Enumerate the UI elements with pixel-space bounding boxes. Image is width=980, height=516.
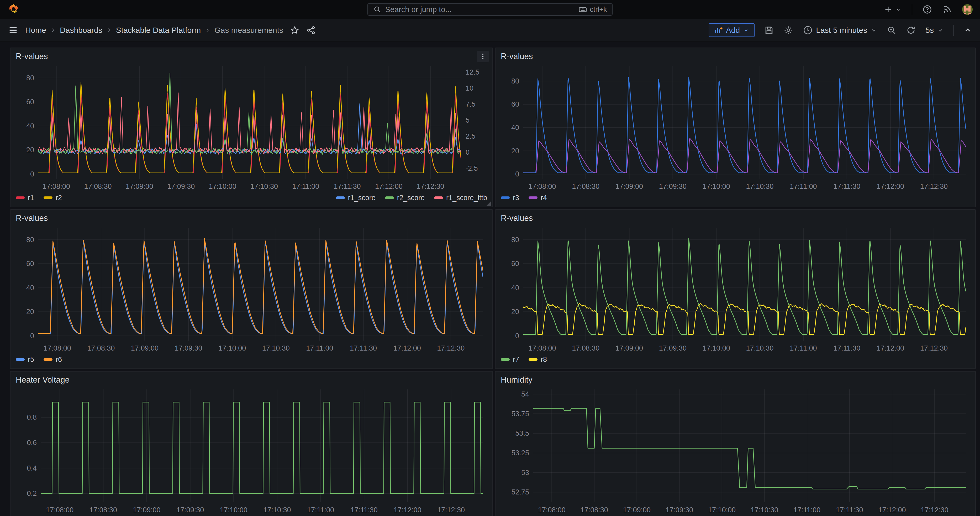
svg-text:53: 53 <box>521 469 529 476</box>
legend-swatch <box>16 358 25 361</box>
breadcrumb-home[interactable]: Home <box>25 26 46 35</box>
legend-item-r1[interactable]: r1 <box>16 194 34 202</box>
panel-title[interactable]: R-values <box>501 52 533 61</box>
legend-item-r2_score[interactable]: r2_score <box>385 194 425 202</box>
svg-text:17:11:00: 17:11:00 <box>790 183 817 190</box>
svg-text:0.8: 0.8 <box>27 413 37 421</box>
svg-text:17:12:30: 17:12:30 <box>920 183 948 190</box>
legend-item-r5[interactable]: r5 <box>16 355 34 364</box>
legend-swatch <box>528 196 538 199</box>
svg-text:53.25: 53.25 <box>511 449 529 457</box>
help-icon[interactable] <box>922 5 932 14</box>
svg-text:17:11:00: 17:11:00 <box>306 344 333 352</box>
chevron-up-icon[interactable] <box>963 26 972 35</box>
legend-label: r6 <box>56 355 62 364</box>
panel-r-values-2: R-values 02040608017:08:0017:08:3017:09:… <box>495 48 976 207</box>
resize-handle[interactable] <box>487 201 491 205</box>
svg-text:20: 20 <box>26 146 34 154</box>
grafana-logo[interactable] <box>7 3 19 16</box>
legend-item-r7[interactable]: r7 <box>501 355 519 364</box>
chart-r-values-1[interactable]: 02040608017:08:0017:08:3017:09:0017:09:3… <box>16 63 487 191</box>
refresh-interval-dropdown[interactable]: 5s <box>926 26 944 35</box>
search-input[interactable]: Search or jump to... ctrl+k <box>368 3 613 16</box>
svg-text:10: 10 <box>466 84 474 92</box>
svg-text:0: 0 <box>30 332 34 340</box>
rss-icon[interactable] <box>942 5 952 14</box>
panel-heater-voltage: Heater Voltage 0.20.40.60.817:08:0017:08… <box>10 371 493 516</box>
svg-text:17:12:30: 17:12:30 <box>920 344 948 352</box>
chart-r-values-2[interactable]: 02040608017:08:0017:08:3017:09:0017:09:3… <box>501 63 970 191</box>
search-shortcut: ctrl+k <box>578 5 607 14</box>
chevron-right-icon <box>50 27 56 33</box>
chevron-right-icon <box>106 27 112 33</box>
chart-humidity[interactable]: 52.755353.2553.553.755417:08:0017:08:301… <box>501 387 970 514</box>
svg-text:17:11:00: 17:11:00 <box>793 506 821 514</box>
panel-title[interactable]: R-values <box>16 52 48 61</box>
share-icon[interactable] <box>306 25 316 35</box>
svg-text:17:08:30: 17:08:30 <box>581 506 608 514</box>
legend-item-r1_score[interactable]: r1_score <box>336 194 375 202</box>
legend-item-r1_score_lttb[interactable]: r1_score_lttb <box>434 194 487 202</box>
chart-heater-voltage[interactable]: 0.20.40.60.817:08:0017:08:3017:09:0017:0… <box>16 387 487 514</box>
svg-text:17:12:30: 17:12:30 <box>437 506 465 514</box>
svg-text:17:09:00: 17:09:00 <box>616 344 643 352</box>
breadcrumb-dashboards[interactable]: Dashboards <box>60 26 102 35</box>
svg-text:17:08:30: 17:08:30 <box>84 183 111 190</box>
zoom-out-icon[interactable] <box>886 25 897 35</box>
panel-title[interactable]: R-values <box>501 213 533 223</box>
svg-text:17:08:00: 17:08:00 <box>46 506 73 514</box>
save-icon[interactable] <box>764 25 774 35</box>
panel-title[interactable]: Humidity <box>501 375 533 385</box>
svg-text:17:11:30: 17:11:30 <box>351 506 378 514</box>
shortcut-label: ctrl+k <box>590 5 607 14</box>
svg-text:17:09:00: 17:09:00 <box>131 344 159 352</box>
panel-title[interactable]: Heater Voltage <box>16 375 70 385</box>
star-icon[interactable] <box>290 25 299 35</box>
svg-text:17:08:30: 17:08:30 <box>572 344 600 352</box>
chevron-right-icon <box>204 27 211 33</box>
legend-item-r3[interactable]: r3 <box>501 194 519 202</box>
legend-item-r6[interactable]: r6 <box>44 355 62 364</box>
chart-r-values-4[interactable]: 02040608017:08:0017:08:3017:09:0017:09:3… <box>501 225 970 353</box>
new-chevron-down-icon[interactable] <box>895 6 902 13</box>
search-placeholder: Search or jump to... <box>385 5 575 14</box>
svg-text:17:12:30: 17:12:30 <box>417 183 444 190</box>
legend-item-r4[interactable]: r4 <box>528 194 547 202</box>
time-range-label: Last 5 minutes <box>816 26 867 35</box>
chart-r-values-3[interactable]: 02040608017:08:0017:08:3017:09:0017:09:3… <box>16 225 487 353</box>
legend: r3r4 <box>501 191 970 205</box>
svg-text:80: 80 <box>26 236 34 244</box>
gear-icon[interactable] <box>783 25 793 35</box>
legend-item-r8[interactable]: r8 <box>528 355 547 364</box>
svg-text:80: 80 <box>511 236 519 244</box>
svg-text:17:09:30: 17:09:30 <box>666 506 693 514</box>
breadcrumb-dashboard-name[interactable]: Gas measurements <box>215 26 283 35</box>
add-button[interactable]: Add <box>709 23 754 37</box>
svg-text:0: 0 <box>30 170 34 178</box>
svg-text:17:10:30: 17:10:30 <box>751 506 778 514</box>
hamburger-icon[interactable] <box>8 25 18 35</box>
svg-text:17:10:00: 17:10:00 <box>209 183 237 190</box>
svg-text:17:10:00: 17:10:00 <box>708 506 736 514</box>
breadcrumb: Home Dashboards Stackable Data Platform … <box>25 26 283 35</box>
svg-text:0: 0 <box>515 332 519 340</box>
legend-swatch <box>434 196 443 199</box>
breadcrumb-folder[interactable]: Stackable Data Platform <box>116 26 201 35</box>
legend-label: r3 <box>513 194 519 202</box>
kebab-icon[interactable] <box>477 51 489 62</box>
legend-swatch <box>16 196 25 199</box>
svg-text:17:12:30: 17:12:30 <box>437 344 465 352</box>
svg-text:17:09:00: 17:09:00 <box>126 183 153 190</box>
svg-text:20: 20 <box>26 308 34 315</box>
panel-title[interactable]: R-values <box>16 213 48 223</box>
svg-text:17:09:00: 17:09:00 <box>133 506 161 514</box>
legend-item-r2[interactable]: r2 <box>44 194 62 202</box>
new-plus-icon[interactable] <box>883 5 893 14</box>
time-range-picker[interactable]: Last 5 minutes <box>803 25 877 35</box>
divider <box>953 25 954 36</box>
svg-text:17:12:00: 17:12:00 <box>393 344 421 352</box>
avatar[interactable] <box>962 4 973 15</box>
svg-text:17:08:00: 17:08:00 <box>44 344 71 352</box>
refresh-icon[interactable] <box>906 25 916 35</box>
svg-text:17:12:30: 17:12:30 <box>921 506 948 514</box>
